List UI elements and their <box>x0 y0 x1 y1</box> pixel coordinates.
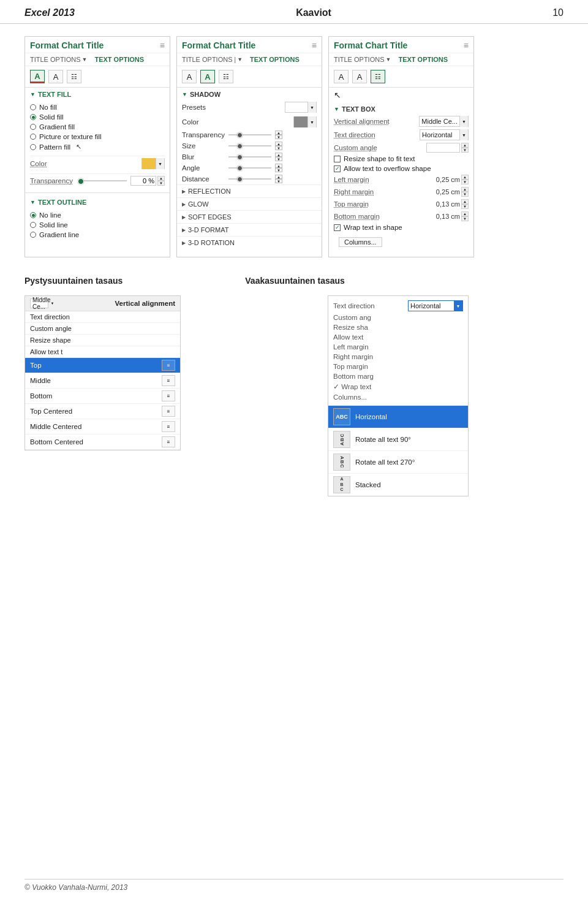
shadow-transparency-slider[interactable] <box>228 134 271 135</box>
panel3-close[interactable]: ≡ <box>464 40 469 50</box>
dir-select[interactable]: Horizontal ▼ <box>408 300 463 311</box>
panel2-tab-text[interactable]: TEXT OPTIONS <box>250 56 300 63</box>
shadow-distance-slider[interactable] <box>228 178 271 180</box>
dir-ctx-top-label: Top margin <box>333 363 368 370</box>
spin-up-icon[interactable]: ▲ <box>275 164 282 168</box>
custom-angle-spin-up-icon[interactable]: ▲ <box>461 143 469 148</box>
spin-down-icon[interactable]: ▼ <box>275 179 282 183</box>
align-item-bottom[interactable]: Bottom ≡ <box>25 389 180 404</box>
dir-item-horizontal[interactable]: ABC Horizontal <box>328 405 468 428</box>
panel2-icons: A A ☷ <box>177 66 322 88</box>
spin-down-icon[interactable]: ▼ <box>275 135 282 139</box>
resize-checkbox[interactable] <box>334 156 341 162</box>
bottom-margin-spin-down-icon[interactable]: ▼ <box>461 216 469 221</box>
dir-item-stacked[interactable]: A B C Stacked <box>328 473 468 496</box>
shadow-blur-slider[interactable] <box>228 156 271 158</box>
panel2-title: Format Chart Title <box>182 40 255 50</box>
custom-angle-input[interactable] <box>426 143 460 153</box>
spin-up-icon[interactable]: ▲ <box>275 175 282 179</box>
panel1-icon-a2[interactable]: A <box>48 70 63 83</box>
dir-item-rotate270[interactable]: ABC Rotate all text 270° <box>328 450 468 473</box>
horizontal-label: Vaakasuuntainen tasaus <box>245 276 345 286</box>
panel-textbox: Format Chart Title ≡ TITLE OPTIONS ▼ TEX… <box>328 36 474 257</box>
color-picker-button[interactable]: ▼ <box>141 158 165 169</box>
panel3-icon-a1[interactable]: A <box>334 70 349 83</box>
shadow-angle-slider[interactable] <box>228 167 271 169</box>
allow-overflow-checkbox[interactable] <box>334 165 341 172</box>
dir-item-rotate90[interactable]: ABC Rotate all text 90° <box>328 428 468 450</box>
radio-gradient-fill[interactable]: Gradient fill <box>30 122 165 132</box>
soft-edges-collapse[interactable]: ▶ SOFT EDGES <box>177 210 322 223</box>
rotation-3d-collapse[interactable]: ▶ 3-D ROTATION <box>177 236 322 249</box>
format-3d-collapse[interactable]: ▶ 3-D FORMAT <box>177 223 322 236</box>
custom-angle-spin-down-icon[interactable]: ▼ <box>461 148 469 153</box>
panel2-icon-a2[interactable]: A <box>200 70 215 83</box>
panel2-icon-a3[interactable]: ☷ <box>219 70 233 83</box>
dir-ctx-left-label: Left margin <box>333 343 369 351</box>
allow-overflow-checkbox-row[interactable]: Allow text to overflow shape <box>329 164 473 173</box>
text-dir-select[interactable]: Horizontal ▼ <box>420 129 469 140</box>
cursor-in-tab-icon: | <box>235 56 236 63</box>
left-margin-spin-down-icon[interactable]: ▼ <box>461 180 469 184</box>
columns-button[interactable]: Columns... <box>339 237 382 247</box>
shadow-size-slider[interactable] <box>228 145 271 146</box>
presets-label: Presets <box>182 104 206 111</box>
panel3-tab-title[interactable]: TITLE OPTIONS ▼ <box>334 56 391 63</box>
wrap-text-checkbox[interactable] <box>334 224 341 231</box>
radio-gradient-line[interactable]: Gradient line <box>30 230 165 240</box>
radio-no-line[interactable]: No line <box>30 210 165 220</box>
spin-up-icon[interactable]: ▲ <box>157 176 165 181</box>
radio-solid-line[interactable]: Solid line <box>30 220 165 230</box>
radio-gradient-fill-circle <box>30 124 36 130</box>
align-item-middle-centered[interactable]: Middle Centered ≡ <box>25 419 180 435</box>
radio-pattern-fill[interactable]: Pattern fill ↖ <box>30 142 165 152</box>
transparency-input[interactable] <box>130 176 156 186</box>
shadow-color-swatch <box>294 116 307 127</box>
panel1-tab-title[interactable]: TITLE OPTIONS ▼ <box>30 56 87 63</box>
right-margin-spin-down-icon[interactable]: ▼ <box>461 192 469 197</box>
wrap-text-row[interactable]: Wrap text in shape <box>329 222 473 232</box>
resize-checkbox-row[interactable]: Resize shape to fit text <box>329 154 473 164</box>
transparency-slider[interactable] <box>78 180 127 181</box>
presets-select[interactable]: ▼ <box>285 102 317 113</box>
shadow-color-picker[interactable]: ▼ <box>293 116 317 127</box>
top-margin-spin-up-icon[interactable]: ▲ <box>461 199 469 204</box>
radio-picture-fill[interactable]: Picture or texture fill <box>30 132 165 142</box>
panel1-icon-a1[interactable]: A <box>30 70 45 83</box>
bottom-margin-spin-up-icon[interactable]: ▲ <box>461 211 469 216</box>
align-item-top-centered[interactable]: Top Centered ≡ <box>25 404 180 419</box>
spin-up-icon[interactable]: ▲ <box>275 142 282 146</box>
right-margin-spin-up-icon[interactable]: ▲ <box>461 187 469 192</box>
panel3-icon-a3[interactable]: ☷ <box>371 70 385 83</box>
spin-down-icon[interactable]: ▼ <box>275 157 282 161</box>
align-item-top[interactable]: Top ≡ <box>25 358 180 373</box>
color-dropdown-icon[interactable]: ▼ <box>156 158 164 169</box>
panel3-tab-text[interactable]: TEXT OPTIONS <box>398 56 448 63</box>
align-item-bottom-centered[interactable]: Bottom Centered ≡ <box>25 435 180 450</box>
glow-collapse[interactable]: ▶ GLOW <box>177 197 322 210</box>
spin-down-icon[interactable]: ▼ <box>275 168 282 172</box>
alignment-title: Vertical alignment <box>115 300 175 307</box>
spin-up-icon[interactable]: ▲ <box>275 153 282 157</box>
align-item-middle[interactable]: Middle ≡ <box>25 373 180 389</box>
spin-down-icon[interactable]: ▼ <box>157 181 165 186</box>
radio-solid-fill[interactable]: Solid fill <box>30 112 165 122</box>
radio-picture-fill-circle <box>30 134 36 140</box>
shadow-color-dropdown-icon[interactable]: ▼ <box>307 116 316 127</box>
panel1-icon-a3[interactable]: ☷ <box>67 70 81 83</box>
panel1-close[interactable]: ≡ <box>160 40 165 50</box>
panel1-tab-text[interactable]: TEXT OPTIONS <box>94 56 144 63</box>
panel2-close[interactable]: ≡ <box>312 40 317 50</box>
alignment-header-select[interactable]: Middle Ce... ▼ <box>30 298 48 308</box>
top-margin-spin-down-icon[interactable]: ▼ <box>461 204 469 209</box>
left-margin-spin-up-icon[interactable]: ▲ <box>461 175 469 180</box>
reflection-collapse[interactable]: ▶ REFLECTION <box>177 184 322 197</box>
panel3-icon-a2[interactable]: A <box>352 70 367 83</box>
panel2-tab-title[interactable]: TITLE OPTIONS | ▼ <box>182 56 243 63</box>
spin-down-icon[interactable]: ▼ <box>275 146 282 150</box>
panel2-icon-a1[interactable]: A <box>182 70 197 83</box>
vert-align-select[interactable]: Middle Ce... ▼ <box>419 116 469 127</box>
radio-no-fill[interactable]: No fill <box>30 102 165 112</box>
spin-up-icon[interactable]: ▲ <box>275 131 282 135</box>
shadow-color-row: Color ▼ <box>177 115 322 129</box>
